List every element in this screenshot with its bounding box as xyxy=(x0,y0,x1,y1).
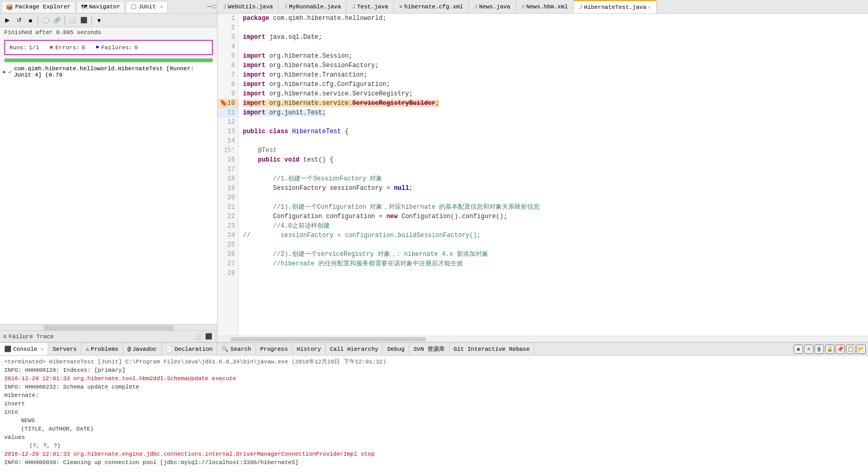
console-tab-git[interactable]: Git Interactive Rebase xyxy=(449,343,534,356)
tab-webutils[interactable]: J WebUtils.java xyxy=(218,0,278,14)
tree-expand-arrow: ▶ xyxy=(3,69,6,75)
console-tab-servers[interactable]: Servers xyxy=(48,343,81,356)
failures-item: ⚑ Failures: 0 xyxy=(95,44,138,51)
layout1-button[interactable]: ⬜ xyxy=(67,15,78,26)
console-tab-close[interactable]: ✕ xyxy=(40,346,44,352)
java-file-icon-test: J xyxy=(352,4,356,10)
xml-file-icon-newshbm: X xyxy=(521,4,525,10)
link-button[interactable]: 🔗 xyxy=(52,15,62,26)
tab-newshbm[interactable]: X News.hbm.xml xyxy=(516,0,574,14)
rerun-failed-button[interactable]: ↺ xyxy=(14,15,24,26)
console-line-4: insert xyxy=(4,400,864,408)
junit-tree[interactable]: ▶ ✔ com.qimh.hibernate.helloworld.Hibern… xyxy=(0,63,217,324)
junit-close-icon[interactable]: ✕ xyxy=(160,4,163,10)
package-explorer-icon: 📦 xyxy=(6,4,13,10)
error-icon: ✖ xyxy=(50,44,53,51)
tab-hibernatetest-close[interactable]: ✕ xyxy=(648,4,651,10)
console-line-0: INFO: HHH000126: Indexes: [primary] xyxy=(4,366,864,374)
horizontal-scrollbar[interactable] xyxy=(0,324,217,330)
navigator-icon: 🗺 xyxy=(81,4,87,10)
tab-navigator[interactable]: 🗺 Navigator xyxy=(77,1,125,13)
tab-myrunnable[interactable]: J MyRunnable.java xyxy=(278,0,347,14)
console-tab-svn-label: SVN 资源库 xyxy=(413,345,444,353)
console-terminate-btn[interactable]: ■ xyxy=(794,345,803,354)
console-tab-search[interactable]: 🔍 Search xyxy=(217,343,256,356)
rerun-button[interactable]: ▶ xyxy=(2,15,13,26)
java-file-icon-hibernatetest: J xyxy=(579,4,583,10)
tab-package-explorer[interactable]: 📦 Package Explorer xyxy=(1,1,76,13)
console-output[interactable]: <terminated> HibernateTest [JUnit] C:\Pr… xyxy=(0,356,868,473)
console-tab-callhierarchy[interactable]: Call Hierarchy xyxy=(326,343,383,356)
console-tab-declaration-label: Declaration xyxy=(175,346,213,352)
console-tab-console[interactable]: ⬛ Console ✕ xyxy=(0,343,48,356)
tab-hibernatetest[interactable]: J HibernateTest.java ✕ xyxy=(574,0,657,14)
tab-test-label: Test.java xyxy=(357,4,388,10)
runs-label: Runs: xyxy=(9,45,27,51)
console-panel: ⬛ Console ✕ Servers ⚠ Problems @ Javadoc… xyxy=(0,342,868,473)
console-tab-history-label: History xyxy=(297,346,321,352)
failure-trace-text: Failure Trace xyxy=(9,334,54,340)
runs-value: 1/1 xyxy=(29,45,39,51)
failure-icon: ⚑ xyxy=(95,44,99,51)
errors-value: 0 xyxy=(82,45,85,51)
toolbar-sep-3 xyxy=(91,16,92,25)
console-tab-servers-label: Servers xyxy=(52,346,77,352)
console-tab-javadoc-label: Javadoc xyxy=(133,346,157,352)
console-tab-progress-label: Progress xyxy=(260,346,288,352)
junit-toolbar: ▶ ↺ ■ 🕐 🔗 ⬜ ⬛ ▼ xyxy=(0,14,217,27)
tab-news[interactable]: J News.java xyxy=(469,0,516,14)
console-tab-declaration-icon: 📄 xyxy=(166,346,173,352)
console-clear-btn[interactable]: 🗑 xyxy=(815,345,824,354)
console-tab-javadoc-icon: @ xyxy=(127,346,131,352)
console-copy-btn[interactable]: 📋 xyxy=(846,345,855,354)
tree-item-hibernatetest[interactable]: ▶ ✔ com.qimh.hibernate.helloworld.Hibern… xyxy=(1,64,216,79)
history-button[interactable]: 🕐 xyxy=(40,15,51,26)
package-explorer-label: Package Explorer xyxy=(15,4,71,10)
console-scroll-lock-btn[interactable]: 🔒 xyxy=(825,345,834,354)
java-file-icon-webutils: J xyxy=(223,4,227,10)
failures-label: Failures: xyxy=(101,45,132,51)
tab-myrunnable-label: MyRunnable.java xyxy=(289,4,341,10)
failures-value: 0 xyxy=(134,45,138,51)
editor-panel: J WebUtils.java J MyRunnable.java J Test… xyxy=(218,0,868,342)
console-pin-btn[interactable]: 📌 xyxy=(835,345,845,354)
java-file-icon-news: J xyxy=(474,4,478,10)
console-remove-btn[interactable]: ✕ xyxy=(804,345,813,354)
failure-trace-header: ≡ Failure Trace ⬜ ⬛ xyxy=(0,330,217,342)
tab-test[interactable]: J Test.java xyxy=(347,0,394,14)
failure-trace-btn1[interactable]: ⬜ xyxy=(192,331,202,342)
java-file-icon-myrunnable: J xyxy=(284,4,287,10)
console-tab-debug[interactable]: Debug xyxy=(383,343,409,356)
progress-bar xyxy=(4,58,213,62)
console-tab-history[interactable]: History xyxy=(293,343,326,356)
toolbar-sep-2 xyxy=(65,16,65,25)
console-line-8: values xyxy=(4,433,864,442)
editor-hscroll-thumb[interactable] xyxy=(231,337,426,341)
editor-tabs-bar: J WebUtils.java J MyRunnable.java J Test… xyxy=(218,0,868,14)
console-tab-search-label: Search xyxy=(230,346,251,352)
console-tab-progress[interactable]: Progress xyxy=(256,343,293,356)
console-tab-label: Console xyxy=(13,346,37,352)
editor-hscroll[interactable] xyxy=(218,336,868,342)
console-terminated-line: <terminated> HibernateTest [JUnit] C:\Pr… xyxy=(4,358,864,366)
editor-content: 12345 6789 🔖10 11 121314 15° 1617181920 … xyxy=(218,14,868,336)
code-area[interactable]: package com.qimh.hibernate.helloworld; i… xyxy=(239,14,868,336)
stop-button[interactable]: ■ xyxy=(25,15,36,26)
console-tab-javadoc[interactable]: @ Javadoc xyxy=(123,343,162,356)
layout2-button[interactable]: ⬛ xyxy=(79,15,89,26)
failure-trace-btn2[interactable]: ⬛ xyxy=(203,331,214,342)
junit-icon: ⬡ xyxy=(131,3,136,11)
tab-webutils-label: WebUtils.java xyxy=(228,4,273,10)
console-tab-svn[interactable]: SVN 资源库 xyxy=(409,343,449,356)
scrollbar-thumb[interactable] xyxy=(44,325,174,330)
failure-trace-toolbar: ⬜ ⬛ xyxy=(192,331,214,342)
console-tab-problems[interactable]: ⚠ Problems xyxy=(81,343,123,356)
minimize-icon[interactable]: ─ xyxy=(207,3,211,11)
console-line-7: (TITLE, AUTHOR, DATE) xyxy=(4,425,864,433)
tab-hibernatecfg[interactable]: ✕ hibernate.cfg.xml xyxy=(394,0,469,14)
tab-junit[interactable]: ⬡ JUnit ✕ xyxy=(126,1,168,13)
maximize-icon[interactable]: □ xyxy=(212,3,216,10)
console-tab-declaration[interactable]: 📄 Declaration xyxy=(162,343,218,356)
console-open-btn[interactable]: 📂 xyxy=(856,345,866,354)
menu-button[interactable]: ▼ xyxy=(94,15,104,26)
